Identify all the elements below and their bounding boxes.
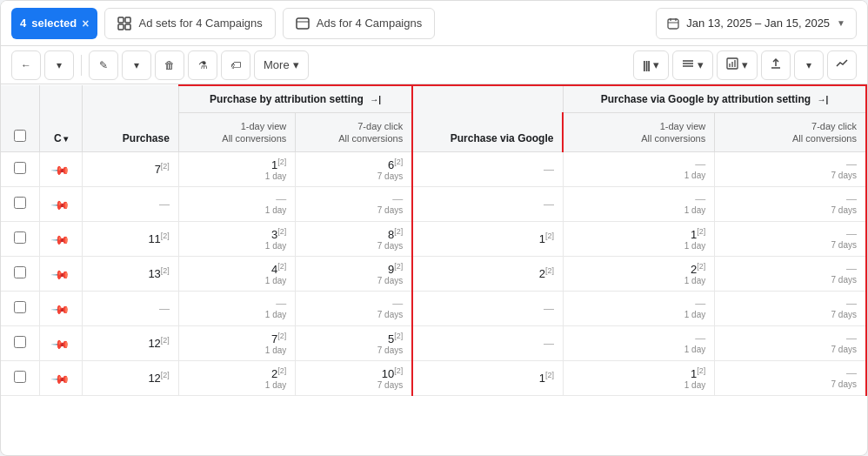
more-label: More bbox=[264, 58, 290, 71]
tag-button[interactable]: 🏷 bbox=[221, 50, 250, 80]
attr2-dash: — bbox=[392, 298, 403, 310]
purchase-cell: 13[2] bbox=[83, 257, 179, 292]
gattr1-sub: 1 day bbox=[572, 205, 705, 215]
ads-tab[interactable]: Ads for 4 Campaigns bbox=[283, 8, 435, 39]
attr1-sup: [2] bbox=[277, 158, 286, 166]
row-checkbox[interactable] bbox=[14, 336, 26, 348]
row-checkbox-cell bbox=[1, 257, 39, 292]
gattr1-sub: 1 day bbox=[572, 276, 705, 285]
select-all-checkbox[interactable] bbox=[14, 130, 26, 142]
breakdown-button[interactable]: ▾ bbox=[672, 50, 713, 80]
attr2-sub: 7 days bbox=[304, 310, 403, 319]
attr2-cell: —7 days bbox=[296, 292, 412, 326]
adsets-tab[interactable]: Ad sets for 4 Campaigns bbox=[104, 8, 275, 39]
table-row: 📌11[2]3[2]1 day8[2]7 days1[2]1[2]1 day—7… bbox=[1, 222, 866, 257]
row-checkbox-cell bbox=[1, 152, 39, 187]
row-pin-cell[interactable]: 📌 bbox=[39, 257, 82, 292]
gattr2-cell: —7 days bbox=[715, 187, 866, 222]
delete-button[interactable]: 🗑 bbox=[155, 50, 184, 80]
table-area[interactable]: C ▾ Purchase Purchase by attribution set… bbox=[1, 84, 867, 455]
export-button[interactable] bbox=[761, 50, 791, 80]
attr1-cell: 4[2]1 day bbox=[178, 257, 295, 292]
google-dash: — bbox=[544, 164, 554, 176]
attr2-sub1: 7-day click bbox=[357, 121, 403, 131]
toolbar: ← ▾ ✎ ▾ 🗑 ⚗ 🏷 More ▾ ||| ▾ bbox=[1, 46, 867, 84]
edit-button[interactable]: ✎ bbox=[89, 50, 118, 80]
gattr1-cell: —1 day bbox=[563, 152, 714, 187]
gattr2-sub: 7 days bbox=[724, 240, 857, 250]
row-checkbox[interactable] bbox=[14, 371, 26, 383]
pin-icon: 📌 bbox=[50, 194, 70, 214]
date-range-selector[interactable]: Jan 13, 2025 – Jan 15, 2025 ▼ bbox=[656, 8, 857, 39]
pin-icon: 📌 bbox=[50, 229, 70, 249]
row-checkbox[interactable] bbox=[14, 266, 26, 278]
gattr2-dash: — bbox=[846, 263, 857, 275]
dash-value: — bbox=[159, 198, 170, 211]
attr1-sub: 1 day bbox=[188, 276, 286, 285]
purchase-cell: 12[2] bbox=[83, 361, 179, 396]
gattr1-cell: —1 day bbox=[563, 326, 714, 361]
dropdown-button[interactable]: ▾ bbox=[44, 50, 74, 80]
row-checkbox[interactable] bbox=[14, 162, 26, 174]
attr1-sub: 1 day bbox=[188, 241, 286, 251]
gattr2-sub: 7 days bbox=[724, 379, 857, 389]
gattr1-value: 2[2] bbox=[572, 262, 705, 276]
purchase-attr-label: Purchase by attribution setting bbox=[210, 93, 364, 105]
reports-chevron-icon: ▾ bbox=[742, 58, 748, 71]
pin-icon: 📌 bbox=[50, 333, 70, 353]
pin-icon: 📌 bbox=[50, 368, 70, 388]
purchase-value: 7[2] bbox=[91, 162, 170, 176]
more-button[interactable]: More ▾ bbox=[254, 50, 309, 80]
row-checkbox[interactable] bbox=[14, 231, 26, 244]
purchase-value: 12[2] bbox=[91, 336, 170, 350]
attr2-value: 9[2] bbox=[304, 262, 403, 276]
attr1-sub: 1 day bbox=[188, 310, 286, 319]
col-check-header[interactable] bbox=[1, 85, 39, 152]
edit-dropdown-button[interactable]: ▾ bbox=[122, 50, 151, 80]
attr1-value: 4[2] bbox=[188, 262, 286, 276]
gattr1-cell: 1[2]1 day bbox=[563, 222, 714, 257]
row-pin-cell[interactable]: 📌 bbox=[39, 292, 82, 326]
export-dropdown-button[interactable]: ▾ bbox=[794, 50, 824, 80]
row-pin-cell[interactable]: 📌 bbox=[39, 152, 82, 187]
gattr1-dash: — bbox=[695, 193, 705, 205]
google-cell: 2[2] bbox=[412, 257, 563, 292]
close-selected-icon[interactable]: × bbox=[82, 17, 89, 30]
gattr2-cell: —7 days bbox=[715, 326, 866, 361]
google-cell: — bbox=[412, 152, 563, 187]
breakdown-icon bbox=[682, 57, 694, 72]
attr2-value: 10[2] bbox=[304, 366, 403, 380]
row-checkbox[interactable] bbox=[14, 197, 26, 209]
gattr2-dash: — bbox=[846, 193, 857, 205]
attr2-sub: 7 days bbox=[304, 241, 403, 251]
row-pin-cell[interactable]: 📌 bbox=[39, 187, 82, 222]
google-cell: — bbox=[412, 326, 563, 361]
attr1-sub1: 1-day view bbox=[241, 121, 287, 131]
columns-button[interactable]: ||| ▾ bbox=[633, 50, 669, 80]
gattr2-sub: 7 days bbox=[724, 205, 857, 215]
reports-button[interactable]: ▾ bbox=[717, 50, 758, 80]
chart-button[interactable] bbox=[827, 50, 857, 80]
gattr1-sup: [2] bbox=[697, 262, 705, 271]
col-c-chevron[interactable]: ▾ bbox=[63, 134, 68, 144]
row-checkbox[interactable] bbox=[14, 301, 26, 313]
columns-icon: ||| bbox=[643, 58, 650, 71]
row-checkbox-cell bbox=[1, 326, 39, 361]
selected-tab[interactable]: 4 selected × bbox=[11, 8, 97, 39]
back-button[interactable]: ← bbox=[11, 50, 41, 80]
attr1-value: 2[2] bbox=[188, 366, 286, 380]
purchase-attr-icon: →| bbox=[370, 95, 381, 104]
right-tools: ||| ▾ ▾ bbox=[633, 50, 857, 80]
purchase-sup: [2] bbox=[161, 231, 170, 240]
table-row: 📌12[2]7[2]1 day5[2]7 days——1 day—7 days bbox=[1, 326, 866, 361]
row-pin-cell[interactable]: 📌 bbox=[39, 222, 82, 257]
row-pin-cell[interactable]: 📌 bbox=[39, 361, 82, 396]
ads-tab-label: Ads for 4 Campaigns bbox=[317, 17, 422, 30]
row-pin-cell[interactable]: 📌 bbox=[39, 326, 82, 361]
gattr1-dash: — bbox=[695, 158, 705, 171]
breakdown-chevron-icon: ▾ bbox=[698, 58, 704, 71]
dropdown-arrow-icon: ▾ bbox=[57, 59, 62, 71]
flask-button[interactable]: ⚗ bbox=[188, 50, 217, 80]
row-checkbox-cell bbox=[1, 292, 39, 326]
attr2-sup: [2] bbox=[394, 366, 403, 375]
